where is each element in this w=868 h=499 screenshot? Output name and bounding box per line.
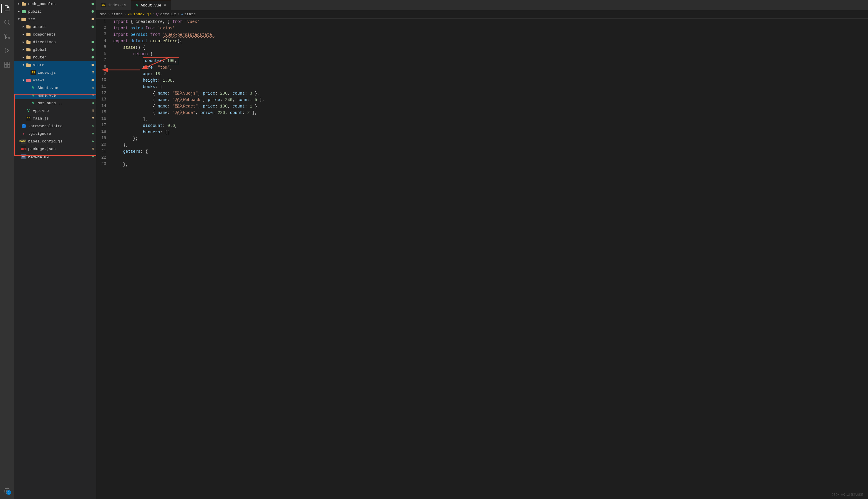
line-content: { name: "深入React", price: 130, count: 1 … (111, 103, 868, 110)
sidebar-item-babel-config[interactable]: BABEL babel.config.js A (14, 137, 96, 145)
line-content: discount: 0.6, (111, 122, 868, 129)
sidebar-item-notfound-vue[interactable]: V NotFound... U (14, 99, 96, 107)
line-content: state() { (111, 44, 868, 51)
code-line-5: 5 state() { (96, 44, 868, 51)
file-badge: M (92, 109, 94, 112)
tab-about-vue[interactable]: V About.vue × (131, 0, 171, 10)
sidebar-item-label: global (33, 48, 90, 52)
vue-file-icon: V (30, 93, 36, 98)
line-number: 15 (96, 110, 111, 116)
extensions-icon[interactable] (1, 59, 13, 71)
code-line-19: 19 }; (96, 135, 868, 142)
sidebar-item-about-vue[interactable]: V About.vue M (14, 84, 96, 92)
code-line-23: 23 }, (96, 161, 868, 168)
sidebar-item-components[interactable]: ▶ components (14, 31, 96, 38)
code-line-15: 15 { name: "深入Node", price: 220, count: … (96, 110, 868, 116)
sidebar-item-browserslistrc[interactable]: 🔵 .browserslistrc A (14, 122, 96, 130)
file-badge: M (92, 147, 94, 151)
file-explorer: ▶ node_modules ▶ public ▼ src ▶ assets (14, 0, 96, 499)
line-number: 8 (96, 64, 111, 71)
search-icon[interactable] (1, 16, 13, 28)
breadcrumb-default[interactable]: default (160, 12, 176, 16)
settings-icon[interactable]: 1 (1, 485, 13, 497)
sidebar-item-views[interactable]: ▼ views (14, 76, 96, 84)
code-line-20: 20 }, (96, 142, 868, 148)
status-dot (91, 18, 94, 20)
sidebar-item-public[interactable]: ▶ public (14, 8, 96, 15)
collapse-arrow: ▶ (21, 56, 26, 59)
status-dot (91, 56, 94, 59)
folder-open-icon (26, 77, 31, 83)
status-dot (91, 3, 94, 5)
vue-file-icon: V (26, 108, 31, 113)
status-dot (91, 48, 94, 51)
breadcrumb-index-js[interactable]: index.js (133, 12, 151, 16)
code-line-16: 16 ], (96, 116, 868, 122)
sidebar-item-gitignore[interactable]: ⬥ .gitignore A (14, 130, 96, 137)
line-content: name: "tom", (111, 64, 868, 71)
code-line-9: 9 age: 18, (96, 71, 868, 77)
sidebar-item-node-modules[interactable]: ▶ node_modules (14, 0, 96, 8)
line-content: height: 1.88, (111, 77, 868, 84)
breadcrumb-src[interactable]: src (100, 12, 106, 16)
sidebar-item-app-vue[interactable]: V App.vue M (14, 107, 96, 114)
sidebar-item-assets[interactable]: ▶ assets (14, 23, 96, 31)
collapse-arrow: ▶ (21, 48, 26, 51)
breadcrumb-default-icon: ⬡ (156, 12, 159, 16)
breadcrumb-store[interactable]: store (111, 12, 123, 16)
debug-icon[interactable] (1, 45, 13, 57)
line-content: banners: [] (111, 129, 868, 135)
sidebar-item-store[interactable]: ▼ store (14, 61, 96, 69)
breadcrumb-state-icon: ◈ (181, 12, 183, 16)
sidebar-item-global[interactable]: ▶ global (14, 46, 96, 53)
code-line-21: 21 getters: { (96, 148, 868, 155)
sidebar-item-package-json[interactable]: npm package.json M (14, 145, 96, 153)
sidebar-item-src[interactable]: ▼ src (14, 15, 96, 23)
line-content: export default createStore({ (111, 38, 868, 44)
file-badge: A (92, 155, 94, 158)
sidebar-item-readme[interactable]: M↓ README.md A (14, 153, 96, 160)
notification-badge: 1 (7, 490, 11, 495)
folder-icon (26, 24, 31, 29)
sidebar-item-home-vue[interactable]: V Home.vue M (14, 92, 96, 99)
code-line-10: 10 height: 1.88, (96, 77, 868, 84)
line-number: 19 (96, 135, 111, 142)
line-content: }, (111, 142, 868, 148)
sidebar-item-store-index[interactable]: JS index.js M (14, 69, 96, 76)
line-content: { name: "深入Node", price: 220, count: 2 }… (111, 110, 868, 116)
line-number: 18 (96, 129, 111, 135)
file-badge: U (92, 101, 94, 105)
sidebar-item-label: App.vue (33, 109, 90, 113)
sidebar-item-label: main.js (33, 116, 90, 121)
js-file-icon: JS (30, 70, 36, 75)
md-file-icon: M↓ (21, 154, 26, 159)
svg-rect-6 (7, 62, 10, 64)
folder-icon (26, 32, 31, 37)
collapse-arrow: ▶ (16, 10, 21, 13)
tab-label: index.js (108, 3, 126, 7)
sidebar-item-directives[interactable]: ▶ directives (14, 38, 96, 46)
folder-icon (26, 47, 31, 52)
sidebar-item-main-js[interactable]: JS main.js M (14, 114, 96, 122)
browsers-file-icon: 🔵 (21, 123, 26, 129)
tab-index-js[interactable]: JS index.js (96, 0, 131, 10)
line-number: 2 (96, 25, 111, 32)
line-number: 9 (96, 71, 111, 77)
sidebar-item-label: components (33, 32, 94, 37)
folder-icon (21, 9, 26, 14)
collapse-arrow: ▶ (21, 33, 26, 36)
breadcrumb-js-icon: JS (127, 12, 132, 16)
line-number: 6 (96, 51, 111, 57)
tab-close-button[interactable]: × (163, 3, 166, 8)
source-control-icon[interactable] (1, 31, 13, 42)
babel-file-icon: BABEL (21, 138, 26, 144)
code-editor[interactable]: 1 import { createStore, } from 'vuex' 2 … (96, 19, 868, 499)
sidebar-item-router[interactable]: ▶ router (14, 53, 96, 61)
line-number: 13 (96, 97, 111, 103)
svg-point-0 (5, 20, 9, 24)
breadcrumb-state[interactable]: state (184, 12, 196, 16)
line-content: }; (111, 135, 868, 142)
tab-label: About.vue (141, 3, 161, 8)
files-icon[interactable] (1, 2, 13, 14)
line-number: 4 (96, 38, 111, 44)
